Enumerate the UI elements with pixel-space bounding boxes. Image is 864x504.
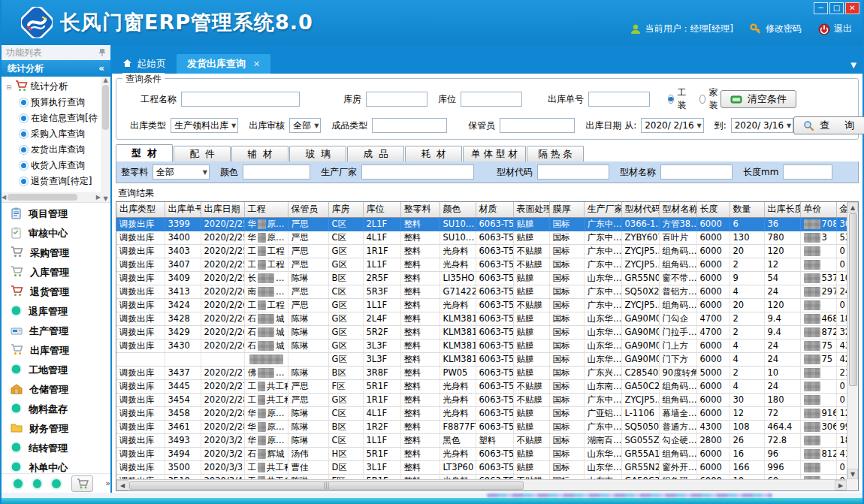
maker-input[interactable] (361, 164, 474, 180)
material-tab[interactable]: 隔 热 条 (527, 146, 584, 161)
date-from-select[interactable]: 2020/ 2/16▼ (641, 118, 704, 133)
sidebar-more-button[interactable]: » (105, 478, 110, 488)
location-input[interactable] (461, 92, 522, 107)
out-audit-select[interactable]: 全部▼ (289, 118, 321, 133)
module-dot-icon[interactable] (52, 479, 61, 488)
whole-select[interactable]: 全部▼ (153, 164, 210, 180)
change-password-button[interactable]: 修改密码 (750, 23, 802, 35)
tree-root-statistics[interactable]: ⊟统计分析 (6, 79, 101, 95)
keeper-input[interactable] (500, 118, 575, 133)
sidebar-item-审核中心[interactable]: 审核中心 (2, 224, 110, 243)
color-input[interactable] (243, 164, 310, 180)
sidebar-item-出库管理[interactable]: 出库管理 (2, 341, 110, 361)
sidebar-item-工地管理[interactable]: 工地管理 (2, 361, 110, 380)
column-header[interactable]: 整零料 (400, 202, 440, 217)
module-dot-icon[interactable] (14, 479, 23, 488)
order-no-input[interactable] (588, 92, 650, 107)
sidebar-item-结转管理[interactable]: 结转管理 (2, 439, 110, 458)
column-header[interactable]: 数量 (730, 202, 764, 217)
column-header[interactable]: 出库日期 (201, 202, 244, 217)
warehouse-input[interactable] (366, 92, 427, 107)
tab-home[interactable]: 起始页 (112, 54, 177, 74)
sidebar-item-采购管理[interactable]: 采购管理 (2, 243, 110, 263)
sidebar-item-补单中心[interactable]: 补单中心 (2, 458, 110, 473)
profile-name-input[interactable] (660, 164, 733, 180)
project-name-input[interactable] (181, 92, 300, 107)
radio-jiazhuang[interactable]: 家装 (699, 86, 721, 112)
column-header[interactable]: 型材名称 (659, 202, 696, 217)
search-button[interactable]: 查 询 (793, 116, 864, 134)
minimize-button[interactable]: ─ (814, 2, 828, 14)
column-header[interactable]: 出库长度 (764, 202, 800, 217)
tree-item[interactable]: 采购入库查询 (6, 126, 101, 142)
column-header[interactable]: 金 (836, 202, 847, 217)
maximize-button[interactable]: □ (829, 2, 844, 14)
logout-button[interactable]: 退出 (818, 23, 852, 35)
tree-vertical-scrollbar[interactable]: ▲▼ (101, 77, 110, 202)
sidebar-item-仓储管理[interactable]: 仓储管理 (2, 380, 110, 400)
table-row[interactable]: 调拨出库34452020/2/27工共工程严思F区5R1F整料光身料6063-T… (116, 379, 847, 393)
date-to-select[interactable]: 2020/ 3/16▼ (731, 118, 794, 133)
column-header[interactable]: 生产厂家 (584, 202, 621, 217)
table-row[interactable]: 调拨出库35002020/3/3工共工程曹佳D区3L1F整料LT3P606063… (116, 460, 847, 474)
material-tab[interactable]: 单 体 型 材 (463, 146, 526, 161)
tree-item[interactable]: 退货查询[待定] (6, 174, 101, 189)
tab-shipment-out-query[interactable]: 发货出库查询✕ (177, 54, 270, 74)
cart-module-button[interactable] (71, 475, 93, 492)
table-row[interactable]: 调拨出库34942020/3/2石辉城汤伟H区5R1F整料光身料6063-T5贴… (116, 447, 847, 460)
table-row[interactable]: 调拨出库34612020/2/28华原…陈琳B区1R2F整料F8877FT606… (116, 420, 847, 433)
column-header[interactable]: 出库单号 (165, 202, 201, 217)
sidebar-item-退库管理[interactable]: 退库管理 (2, 302, 110, 321)
table-row[interactable]: 调拨出库34132020/2/26南…严思C区5R3F整料G714226063-… (116, 285, 847, 298)
product-type-input[interactable] (372, 118, 447, 133)
table-row[interactable]: 调拨出库35102020/3/4工共工程陈琳F区5R1F整料光身料6063-T5… (116, 474, 847, 479)
sidebar-item-退货管理[interactable]: 退货管理 (2, 282, 110, 302)
table-row[interactable]: 调拨出库34292020/2/26石城陈琳G区5R2F整料KLM38176063… (116, 325, 847, 339)
column-header[interactable]: 材质 (476, 202, 513, 217)
sidebar-item-项目管理[interactable]: 项目管理 (2, 204, 110, 224)
column-header[interactable]: 型材代码 (621, 202, 659, 217)
collapse-icon[interactable]: « (98, 63, 104, 74)
clear-conditions-button[interactable]: 清空条件 (721, 90, 796, 108)
table-row[interactable]: 调拨出库34302020/2/26石城陈琳G区3L3F整料KLM38176063… (116, 339, 847, 352)
table-row[interactable]: G区3L3F整料KLM38176063-T5贴膜国标山东华…GA90M09.门下… (116, 352, 847, 366)
tree-horizontal-scrollbar[interactable]: ◀▶ (2, 192, 101, 202)
tree-item[interactable]: 收货入库查询 (6, 158, 101, 174)
column-header[interactable]: 膜厚 (549, 202, 584, 217)
radio-gongzhuang[interactable]: 工装 (668, 86, 689, 112)
material-tab[interactable]: 成 品 (347, 146, 404, 161)
sidebar-item-入库管理[interactable]: 入库管理 (2, 263, 110, 282)
table-row[interactable]: 调拨出库34002020/2/25华原…严思C区4L1F整料SU10…6063-… (116, 231, 847, 244)
table-row[interactable]: 调拨出库34242020/2/26工工程严思G区1L1F整料光身料6063-T5… (116, 298, 847, 312)
pin-icon[interactable] (98, 48, 106, 57)
material-tab[interactable]: 配 件 (174, 146, 231, 161)
sidebar-item-生产管理[interactable]: 生产管理 (2, 321, 110, 341)
grid-horizontal-scrollbar[interactable]: ◀▶ (116, 479, 847, 490)
column-header[interactable]: 出库类型 (116, 202, 165, 217)
length-input[interactable] (783, 164, 832, 180)
column-header[interactable]: 库房 (328, 202, 363, 217)
table-row[interactable]: 调拨出库33992020/2/25华原…严思C区2L1F整料SU10…6063-… (116, 217, 847, 231)
column-header[interactable]: 保管员 (288, 202, 328, 217)
table-row[interactable]: 调拨出库34092020/2/25长…陈琳B区2R5F整料LI35HO6063-… (116, 271, 847, 285)
column-header[interactable]: 工程 (244, 202, 288, 217)
module-dot-icon[interactable] (33, 479, 42, 488)
table-row[interactable]: 调拨出库34542020/2/28工共工程严思G区1R1F整料光身料6063-T… (116, 393, 847, 406)
table-row[interactable]: 调拨出库34932020/3/2华原…陈琳C区1L1F整料黑色塑料不贴膜国标湖南… (116, 433, 847, 447)
column-header[interactable]: 库位 (363, 202, 400, 217)
column-header[interactable]: 表面处理 (513, 202, 549, 217)
table-row[interactable]: 调拨出库34032020/2/25工工程严思G区1R1F整料光身料6063-T5… (116, 244, 847, 258)
table-row[interactable]: 调拨出库34072020/2/25工工程严思G区1L1F整料光身料6063-T5… (116, 258, 847, 271)
sidebar-item-财务管理[interactable]: 财务管理 (2, 419, 110, 439)
material-tab[interactable]: 耗 材 (405, 146, 462, 161)
material-tab[interactable]: 玻 璃 (289, 146, 346, 161)
tree-item[interactable]: 预算执行查询 (6, 95, 101, 110)
material-tab[interactable]: 型 材 (116, 144, 173, 161)
close-button[interactable]: ✕ (845, 2, 859, 14)
table-row[interactable]: 调拨出库34372020/2/27佛…陈琳B区3R8F整料PW056063-T5… (116, 366, 847, 379)
sidebar-item-物料盘存[interactable]: 物料盘存 (2, 400, 110, 419)
material-tab[interactable]: 辅 材 (231, 146, 289, 161)
tab-overflow-icon[interactable]: ▼ (850, 61, 856, 69)
tree-item[interactable]: 发货出库查询 (6, 142, 101, 158)
tab-close-icon[interactable]: ✕ (253, 59, 260, 69)
